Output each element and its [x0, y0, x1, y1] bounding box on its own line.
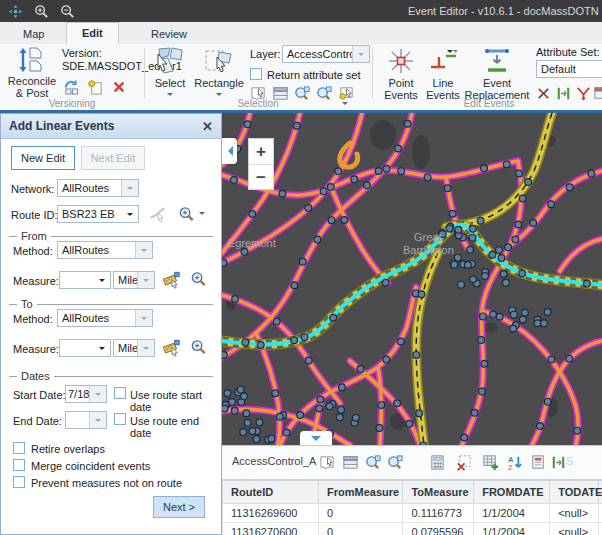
point-events-icon [386, 46, 416, 76]
map-zoom-in-button[interactable]: + [249, 139, 273, 164]
tab-map[interactable]: Map [8, 24, 59, 44]
zoom-to-measure-icon[interactable] [189, 270, 207, 288]
to-method-dropdown[interactable]: AllRoutes [57, 309, 153, 327]
return-attribute-set-checkbox[interactable] [250, 68, 262, 80]
map-city-label: Great [414, 231, 442, 243]
next-button[interactable]: Next > [153, 496, 205, 518]
chevron-down-icon [311, 436, 321, 446]
select-button[interactable]: Select [150, 46, 190, 101]
tab-edit[interactable]: Edit [66, 22, 119, 44]
end-date-dropdown[interactable] [65, 411, 107, 429]
column-header[interactable]: RouteID [223, 480, 319, 504]
endpoints-arrow-icon[interactable] [549, 453, 567, 471]
event-replacement-button[interactable]: Event Replacement [462, 46, 532, 101]
retire-overlaps-checkbox[interactable] [13, 442, 25, 454]
field-calculator-icon[interactable] [428, 453, 446, 471]
delete-version-icon[interactable] [110, 78, 128, 96]
route-id-dropdown[interactable]: BSR23 EB [57, 205, 139, 223]
event-replacement-icon [482, 46, 512, 76]
clear-selection-icon[interactable] [455, 453, 473, 471]
chevron-left-icon [223, 146, 233, 156]
use-route-end-date-checkbox[interactable] [114, 413, 126, 425]
title-bar: Event Editor - v10.6.1 - docMassDOTN [0, 0, 602, 22]
attribute-table: RouteID FromMeasure ToMeasure FROMDATE T… [222, 479, 602, 535]
end-date-label: End Date: [13, 415, 62, 427]
map-canvas[interactable]: EgremontGreatBarrington [222, 113, 602, 445]
attribute-table-panel: AccessControl_A S RouteID FromMeasure To… [222, 445, 602, 535]
close-icon[interactable]: ✕ [202, 119, 213, 134]
to-unit-dropdown[interactable]: Miles [113, 339, 155, 357]
column-header[interactable]: FROMDATE [474, 480, 550, 504]
chevron-down-icon[interactable] [199, 212, 205, 218]
report-icon[interactable] [529, 453, 547, 471]
retire-overlaps-label: Retire overlaps [31, 443, 105, 455]
add-records-icon[interactable] [481, 453, 499, 471]
attribute-set-dropdown[interactable]: Default [536, 60, 602, 78]
column-header[interactable]: TODATE [550, 480, 599, 504]
zoom-to-route-icon[interactable] [177, 205, 195, 223]
app-title: Event Editor - v10.6.1 - docMassDOTN [408, 5, 602, 17]
map-zoom-control: + − [248, 138, 274, 190]
layer-dropdown[interactable]: AccessControl_A [282, 45, 370, 63]
column-header[interactable]: ToMeasure [403, 480, 474, 504]
selection-list-icon[interactable] [341, 453, 359, 471]
zoom-out-icon[interactable] [56, 2, 78, 20]
pick-measure-icon[interactable] [163, 338, 181, 356]
map-zoom-out-button[interactable]: − [249, 164, 273, 190]
start-date-dropdown[interactable]: 7/18/ [65, 385, 107, 403]
new-edit-button[interactable]: New Edit [11, 146, 75, 170]
merge-coincident-events-checkbox[interactable] [13, 459, 25, 471]
use-route-start-date-label: Use route start date [130, 389, 221, 413]
reconcile-post-icon [18, 46, 46, 74]
zoom-to-measure-icon[interactable] [189, 338, 207, 356]
network-dropdown[interactable]: AllRoutes [57, 179, 139, 197]
select-icon [155, 46, 185, 76]
refresh-version-icon[interactable] [62, 78, 80, 96]
table-toolbar: AccessControl_A S [222, 446, 602, 479]
edit-events-group-label: Edit Events [376, 98, 602, 109]
group-divider [144, 48, 145, 98]
zoom-to-selection-icon[interactable] [364, 453, 382, 471]
pan-icon[interactable] [4, 2, 26, 20]
group-divider [372, 48, 373, 98]
table-row[interactable]: 11316270600 0 0.0795596 1/1/2004 <null> … [223, 523, 602, 535]
reconcile-post-button[interactable]: Reconcile & Post [4, 46, 60, 99]
prevent-measures-checkbox[interactable] [13, 476, 25, 488]
versioning-group-label: Versioning [0, 98, 144, 109]
dates-section-divider: Dates [9, 370, 213, 382]
ribbon-tabs: Map Edit Review [0, 22, 602, 45]
new-version-icon[interactable] [86, 78, 104, 96]
layer-label: Layer: [250, 48, 281, 60]
pick-route-icon[interactable] [149, 205, 167, 223]
route-id-label: Route ID: [11, 209, 57, 221]
column-header[interactable]: FromMeasure [319, 480, 403, 504]
use-route-start-date-checkbox[interactable] [114, 387, 126, 399]
collapse-panel-button[interactable] [222, 138, 237, 164]
from-measure-dropdown[interactable] [59, 271, 111, 289]
table-row[interactable]: 11316269600 0 0.1116773 1/1/2004 <null> … [223, 504, 602, 523]
line-events-button[interactable]: Line Events [424, 46, 462, 101]
line-events-icon [428, 46, 458, 76]
pick-measure-icon[interactable] [163, 270, 181, 288]
table-more-label[interactable]: S [566, 455, 573, 467]
tab-review[interactable]: Review [136, 24, 202, 44]
add-linear-events-panel: Add Linear Events ✕ New Edit Next Edit N… [0, 113, 222, 535]
map-view[interactable]: EgremontGreatBarrington + − [222, 113, 602, 445]
version-label: Version: [62, 47, 102, 59]
from-method-dropdown[interactable]: AllRoutes [57, 241, 153, 259]
return-attribute-set-label: Return attribute set [267, 69, 361, 81]
sort-icon[interactable] [506, 453, 524, 471]
from-unit-dropdown[interactable]: Miles [113, 271, 155, 289]
pan-to-selection-icon[interactable] [386, 453, 404, 471]
selection-group-label: Selection [144, 98, 372, 109]
merge-coincident-events-label: Merge coincident events [31, 460, 150, 472]
from-measure-label: Measure: [13, 275, 59, 287]
next-edit-button[interactable]: Next Edit [81, 146, 145, 170]
rectangle-select-icon [204, 46, 234, 76]
point-events-button[interactable]: Point Events [380, 46, 422, 101]
rectangle-select-button[interactable]: Rectangle [193, 46, 245, 101]
select-features-icon[interactable] [318, 453, 336, 471]
to-measure-dropdown[interactable] [59, 339, 111, 357]
collapse-table-button[interactable] [300, 431, 332, 445]
zoom-in-icon[interactable] [30, 2, 52, 20]
